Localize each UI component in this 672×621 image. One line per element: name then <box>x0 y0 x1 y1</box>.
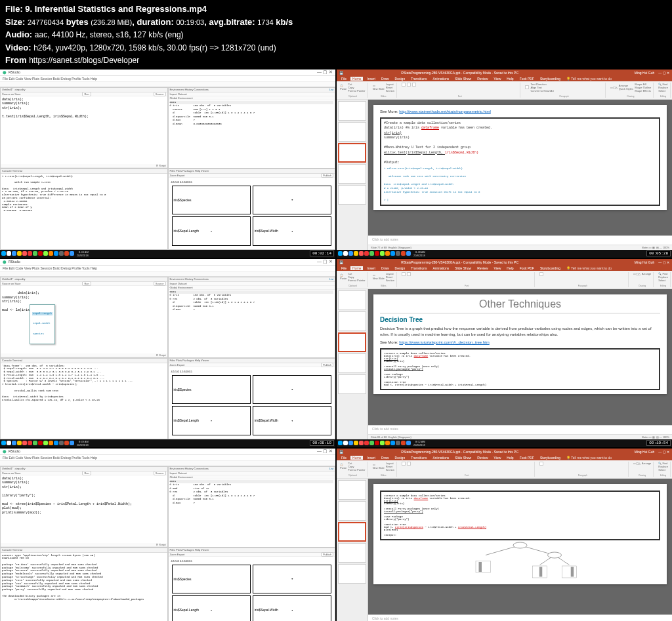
source-pane: Untitled1* airquality Source on SaveRun … <box>0 87 168 169</box>
environment-pane: Environment History ConnectionsList Impo… <box>168 87 336 169</box>
console-tabs[interactable]: Console Terminal <box>2 169 22 172</box>
slide-content[interactable]: #Create a sample data collection/series … <box>373 484 667 584</box>
console-output[interactable]: > t.test(iris$Sepal.Length, iris$Sepal.W… <box>1 174 167 214</box>
slide-content[interactable]: See More: http://www.statmethods.net/sta… <box>373 105 667 210</box>
menu-bar[interactable]: File Edit Code View Plots Session Build … <box>0 455 335 461</box>
windows-taskbar[interactable]: 8:48 AM 20/8/2018 00:05:28 <box>337 250 672 258</box>
export-button[interactable]: Export <box>177 174 185 177</box>
console-output[interactable]: Content type 'application/zip' length 72… <box>1 553 167 603</box>
window-titlebar: ⬤ RStudio — ▢ ✕ <box>0 70 335 76</box>
mediainfo-header: File: 9. Inferential Statistics and Regr… <box>0 0 672 70</box>
rscript-label: R Script <box>156 164 165 167</box>
find-button[interactable]: 🔍 Find <box>658 83 668 86</box>
slide-thumbnails[interactable] <box>337 479 368 622</box>
env-data[interactable]: ⊙ iris 150 obs. of 5 variables counts nu… <box>170 104 334 127</box>
powerpoint-panel-1: 💾 RStatsProgramming-280-VS4630GA.ppt - C… <box>337 70 672 258</box>
code-editor[interactable]: data(iris); summary(iris); str(iris); t.… <box>1 96 167 164</box>
new-slide-button[interactable]: ▭New Slide <box>373 84 385 90</box>
autosave-icon[interactable]: 💾 <box>339 71 343 75</box>
svg-rect-11 <box>571 567 574 576</box>
powerpoint-panel-3: 💾RStatsProgramming-280-VS4630GA.ppt - Co… <box>337 449 672 622</box>
ribbon-tabs[interactable]: FileHomeInsertDrawDesignTransitionsAnima… <box>337 76 672 81</box>
start-button[interactable] <box>1 251 6 256</box>
plot-canvas: 4.5 5.0 5.5 6.0 6.5 iris$Species ·:·:·:·… <box>169 178 335 249</box>
rstudio-panel-1: ⬤ RStudio — ▢ ✕ File Edit Code View Plot… <box>0 70 335 258</box>
svg-rect-6 <box>476 561 491 572</box>
decision-tree-diagram <box>380 540 660 580</box>
ppt-titlebar: 💾 RStatsProgramming-280-VS4630GA.ppt - C… <box>337 70 672 76</box>
slide-thumb-active[interactable] <box>338 143 366 163</box>
svg-point-4 <box>513 542 527 548</box>
powerpoint-panel-2: 💾RStatsProgramming-280-VS4630GA.ppt - Co… <box>337 259 672 447</box>
status-bar: Slide 77 of 88 English (Singapore) Notes… <box>368 245 672 250</box>
paste-button[interactable]: 📋Paste <box>340 84 346 90</box>
slide-thumbnails[interactable] <box>337 289 368 439</box>
system-clock: 8:46 AM 20/8/2018 <box>77 250 89 257</box>
code-editor[interactable]: data(iris); summary(iris); str(iris); mo… <box>1 286 167 353</box>
publish-button[interactable]: Publish <box>321 173 333 178</box>
svg-rect-10 <box>562 566 577 578</box>
windows-taskbar[interactable]: 8:46 AM 20/8/2018 00:02:14 <box>0 250 335 258</box>
ribbon-tabs[interactable]: FileHomeInsertDrawDesignTransitionsAnima… <box>337 455 672 460</box>
zoom-button[interactable]: Zoom <box>170 174 177 177</box>
window-controls[interactable]: — ▢ ✕ <box>658 71 669 75</box>
svg-point-5 <box>548 552 562 558</box>
ribbon[interactable]: 📋PasteCutCopyFormat PainterClipboard ▭Ne… <box>337 81 672 100</box>
app-icon: ⬤ <box>3 70 7 74</box>
slide-thumb[interactable] <box>338 101 366 121</box>
source-tab-2[interactable]: airquality <box>15 88 26 91</box>
slide-thumbnails[interactable] <box>337 100 368 250</box>
rstudio-panel-3: ⬤RStudio— ▢ ✕ File Edit Code View Plots … <box>0 449 335 622</box>
console-pane: Console Terminal > t.test(iris$Sepal.Len… <box>0 169 168 250</box>
slide-thumb[interactable] <box>338 164 366 184</box>
video-timestamp: 00:05:28 <box>646 250 671 256</box>
slide-thumb[interactable] <box>338 122 366 142</box>
source-button[interactable]: Source <box>154 92 166 96</box>
env-tabs[interactable]: Environment History Connections <box>170 88 209 91</box>
svg-rect-7 <box>479 562 482 572</box>
autocomplete-popup[interactable]: Sepal.Length Sepal.Width Species <box>30 304 55 344</box>
notes-area[interactable]: Click to add notes <box>368 235 672 245</box>
video-timestamp: 00:02:14 <box>310 250 334 256</box>
import-dataset-button[interactable]: Import Dataset <box>170 92 187 96</box>
ribbon-tabs[interactable]: FileHomeInsertDrawDesignTransitionsAnima… <box>337 266 672 271</box>
window-controls[interactable]: — ▢ ✕ <box>317 70 333 75</box>
menu-bar[interactable]: File Edit Code View Plots Session Build … <box>0 266 335 271</box>
toolbar[interactable] <box>0 82 335 87</box>
plots-pane: Files Plots Packages Help Viewer Zoom Ex… <box>168 169 336 250</box>
code-editor[interactable]: data(iris); summary(iris); str(iris); li… <box>1 475 167 543</box>
slide-content[interactable]: Other Techniques Decision Tree Decision … <box>373 294 667 394</box>
run-button[interactable]: Run <box>82 92 91 96</box>
menu-bar[interactable]: File Edit Code View Plots Session Build … <box>0 76 335 82</box>
source-tab[interactable]: Untitled1* <box>2 88 13 91</box>
tell-me-search[interactable]: 💡 Tell me what you want to do <box>566 77 612 81</box>
rstudio-panel-2: ⬤RStudio— ▢ ✕ File Edit Code View Plots … <box>0 259 335 447</box>
plots-tabs[interactable]: Files Plots Packages Help Viewer <box>170 169 209 172</box>
shapes-gallery[interactable]: ▭◯△ <box>610 86 618 89</box>
console-output[interactable]: 'data.frame': 150 obs. of 5 variables: $… <box>1 363 167 404</box>
svg-rect-9 <box>539 567 543 576</box>
slide-thumb[interactable] <box>338 185 366 205</box>
